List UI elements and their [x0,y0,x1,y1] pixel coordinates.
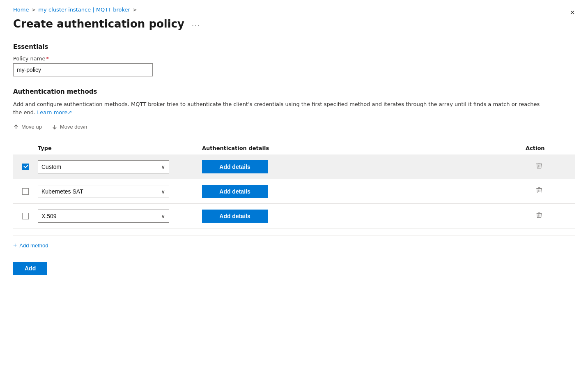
checkbox-cell-1 [13,164,38,170]
policy-name-label: Policy name* [13,55,575,62]
breadcrumb: Home > my-cluster-instance | MQTT broker… [13,7,575,13]
type-select-2[interactable]: Custom Kubernetes SAT X.509 [38,185,169,198]
type-select-3[interactable]: Custom Kubernetes SAT X.509 [38,210,169,223]
auth-methods-title: Authentication methods [13,88,575,95]
checkbox-cell-3 [13,213,38,219]
trash-icon-1 [535,162,543,169]
essentials-section: Essentials Policy name* [13,43,575,76]
add-button[interactable]: Add [13,262,47,275]
ellipsis-button[interactable]: ... [189,19,203,29]
trash-icon-2 [535,187,543,194]
select-wrapper-2: Custom Kubernetes SAT X.509 [38,185,169,198]
breadcrumb-home[interactable]: Home [13,7,29,13]
add-method-button[interactable]: + Add method [13,240,48,250]
table-container: Type Authentication details Action Custo… [13,142,575,228]
add-details-button-3[interactable]: Add details [202,210,268,223]
arrow-down-icon [52,124,57,130]
action-cell-1 [526,160,575,173]
auth-details-cell-1: Add details [202,160,526,173]
select-wrapper-3: Custom Kubernetes SAT X.509 [38,210,169,223]
breadcrumb-sep1: > [31,7,36,13]
svg-rect-7 [538,187,540,188]
type-select-1[interactable]: Custom Kubernetes SAT X.509 [38,160,169,173]
page-title-row: Create authentication policy ... [13,18,575,30]
svg-rect-11 [538,212,540,212]
type-cell-2: Custom Kubernetes SAT X.509 [38,185,202,198]
row-checkbox-1[interactable] [22,164,29,170]
action-cell-2 [526,185,575,198]
required-star: * [46,55,49,62]
svg-rect-3 [538,163,540,163]
add-details-button-2[interactable]: Add details [202,185,268,198]
col-type: Type [38,145,202,151]
trash-icon-3 [535,211,543,219]
breadcrumb-cluster[interactable]: my-cluster-instance | MQTT broker [38,7,130,13]
toolbar: Move up Move down [13,122,575,135]
policy-name-input[interactable] [13,63,153,76]
delete-button-2[interactable] [534,185,544,198]
type-cell-3: Custom Kubernetes SAT X.509 [38,210,202,223]
arrow-up-icon [13,124,19,130]
move-down-button[interactable]: Move down [52,122,87,131]
plus-icon: + [13,242,17,249]
type-cell-1: Custom Kubernetes SAT X.509 [38,160,202,173]
delete-button-3[interactable] [534,210,544,222]
action-cell-3 [526,210,575,222]
table-row: Custom Kubernetes SAT X.509 Add details [13,204,575,228]
table-row: Custom Kubernetes SAT X.509 Add details [13,179,575,204]
auth-methods-desc: Add and configure authentication methods… [13,100,547,116]
page-container: Home > my-cluster-instance | MQTT broker… [0,0,588,385]
row-checkbox-3[interactable] [22,213,29,219]
auth-methods-section: Authentication methods Add and configure… [13,88,575,275]
essentials-title: Essentials [13,43,575,51]
learn-more-link[interactable]: Learn more↗ [37,109,72,115]
row-checkbox-2[interactable] [22,188,29,195]
auth-details-cell-2: Add details [202,185,526,198]
checkbox-cell-2 [13,188,38,195]
page-title: Create authentication policy [13,18,184,30]
table-row: Custom Kubernetes SAT X.509 Add details [13,154,575,179]
add-method-row: + Add method [13,235,575,250]
close-button[interactable]: × [570,8,575,16]
select-wrapper-1: Custom Kubernetes SAT X.509 [38,160,169,173]
col-auth-details: Authentication details [202,145,526,151]
auth-details-cell-3: Add details [202,210,526,223]
col-action: Action [526,145,575,151]
col-checkbox [13,145,38,151]
move-up-button[interactable]: Move up [13,122,42,131]
add-details-button-1[interactable]: Add details [202,160,268,173]
delete-button-1[interactable] [534,160,544,173]
breadcrumb-sep2: > [133,7,137,13]
table-header: Type Authentication details Action [13,142,575,154]
